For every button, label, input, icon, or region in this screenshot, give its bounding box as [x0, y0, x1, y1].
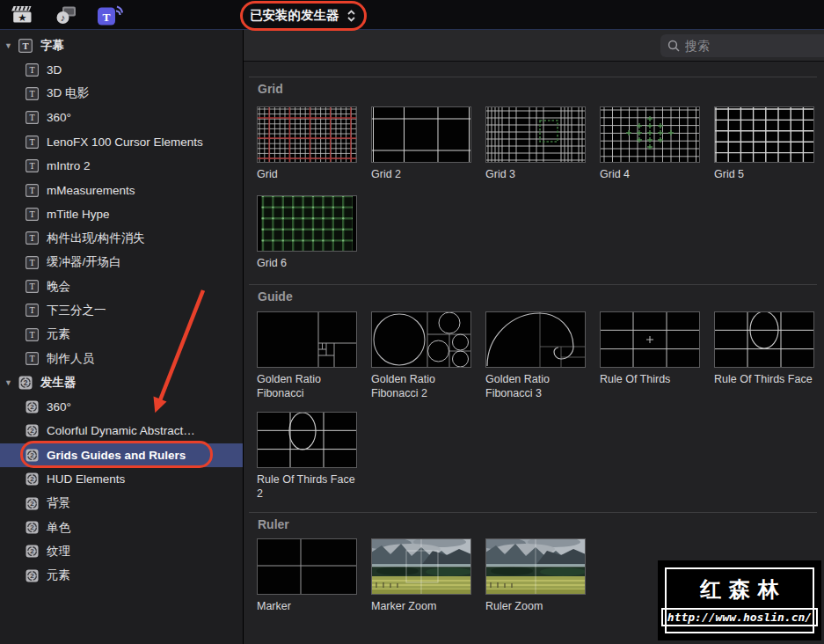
generator-item[interactable]: Grid	[257, 106, 357, 195]
grid-dense-red-thumbnail[interactable]	[257, 106, 357, 163]
generator-icon: 2	[26, 424, 39, 437]
sidebar-item-label: LenoFX 100 Cursor Elements	[47, 135, 203, 149]
svg-text:T: T	[29, 161, 34, 171]
sidebar-item-row[interactable]: T3D 电影	[0, 82, 243, 106]
sidebar-item-row[interactable]: T构件出现/构件消失	[0, 226, 243, 250]
thirds-grid-thumbnail[interactable]	[600, 311, 700, 368]
sidebar-group-label: 字幕	[40, 38, 64, 54]
svg-text:2: 2	[30, 428, 34, 435]
sidebar-item-row[interactable]: TmMeasurements	[0, 178, 243, 201]
media-source-dropdown-label: 已安装的发生器	[250, 7, 339, 24]
grid-edge-green-square-thumbnail[interactable]	[485, 106, 586, 163]
landscape-photo-thumbnail[interactable]	[485, 538, 586, 595]
svg-text:T: T	[29, 306, 34, 316]
generator-item[interactable]: Grid 5	[714, 106, 814, 195]
landscape-photo-zoom-thumbnail[interactable]	[371, 538, 471, 595]
grid-regular-thumbnail[interactable]	[714, 106, 814, 163]
titles-icon: T	[26, 352, 39, 365]
sidebar-item-row[interactable]: T下三分之一	[0, 298, 243, 322]
svg-text:2: 2	[30, 548, 34, 556]
sidebar-item-label: 元素	[47, 567, 70, 583]
titles-icon: T	[18, 39, 33, 53]
titles-icon: T	[26, 208, 39, 221]
svg-text:T: T	[29, 282, 34, 291]
generator-item-label: Marker	[257, 599, 357, 627]
sidebar-item-row[interactable]: 2单色	[0, 516, 243, 539]
generator-item[interactable]: Rule Of Thirds Face	[714, 311, 814, 412]
sidebar-item-label: mIntro 2	[47, 159, 91, 172]
fibonacci-rects-thumbnail[interactable]	[257, 311, 357, 368]
sidebar-item-row[interactable]: 2360°	[0, 395, 243, 419]
thirds-face-thumbnail[interactable]	[714, 311, 814, 368]
generator-item[interactable]: Marker Zoom	[371, 538, 471, 627]
disclosure-triangle-icon[interactable]: ▼	[4, 41, 18, 50]
sidebar-item-row[interactable]: T360°	[0, 106, 243, 129]
generator-item[interactable]: Marker	[257, 538, 357, 627]
svg-text:T: T	[29, 354, 34, 363]
titles-generators-icon[interactable]: T	[95, 2, 125, 28]
watermark-title: 红森林	[692, 575, 787, 604]
grid-green-crosses-thumbnail[interactable]	[600, 106, 700, 163]
generator-item[interactable]: Grid 4	[600, 106, 700, 195]
photos-audio-icon[interactable]: ♪	[51, 2, 81, 28]
svg-text:2: 2	[30, 572, 34, 580]
disclosure-triangle-icon[interactable]: ▼	[4, 378, 18, 387]
search-strip	[244, 30, 824, 62]
generator-item[interactable]: Ruler Zoom	[485, 538, 586, 627]
sidebar-group-titles[interactable]: ▼T字幕	[0, 33, 243, 57]
search-input[interactable]	[685, 39, 808, 53]
generator-item[interactable]: Golden Ratio Fibonacci	[257, 311, 357, 412]
titles-icon: T	[26, 63, 39, 77]
sidebar-item-row[interactable]: TmIntro 2	[0, 154, 243, 178]
grid-green-tiles-thumbnail[interactable]	[257, 195, 357, 252]
fibonacci-spiral-thumbnail[interactable]	[485, 311, 586, 368]
generator-item-label: Marker Zoom	[371, 599, 471, 627]
sidebar-item-row[interactable]: T元素	[0, 323, 243, 347]
generator-item[interactable]: Golden Ratio Fibonacci 2	[371, 311, 471, 412]
sidebar-item-row[interactable]: T缓冲器/开场白	[0, 251, 243, 274]
sidebar-item-label: 构件出现/构件消失	[47, 231, 145, 246]
generator-icon: 2	[26, 472, 39, 486]
thirds-face-2-thumbnail[interactable]	[257, 412, 357, 468]
sidebar-item-row[interactable]: 2HUD Elements	[0, 467, 243, 491]
sidebar-item-row[interactable]: TmTitle Hype	[0, 202, 243, 226]
svg-text:2: 2	[24, 378, 28, 387]
generator-item[interactable]: Rule Of Thirds Face 2	[257, 412, 357, 512]
grid-sparse-thumbnail[interactable]	[371, 106, 471, 163]
generator-item[interactable]: Grid 3	[485, 106, 586, 195]
generator-item[interactable]: Rule Of Thirds	[600, 311, 700, 412]
svg-text:2: 2	[30, 500, 34, 508]
sidebar-item-row[interactable]: T3D	[0, 57, 243, 81]
search-field[interactable]	[660, 34, 824, 57]
sidebar-item-row[interactable]: 2Colorful Dynamic Abstract…	[0, 419, 243, 443]
sidebar-item-row[interactable]: T晚会	[0, 274, 243, 298]
effects-browser-icon[interactable]: ★	[7, 2, 37, 28]
generator-icon: 2	[26, 497, 39, 510]
generators-browser-window: ★ ♪ T 已安装的发生器	[0, 0, 824, 644]
sidebar-item-label: 单色	[47, 520, 70, 536]
svg-text:★: ★	[18, 12, 26, 23]
svg-text:♪: ♪	[61, 12, 66, 23]
generator-item[interactable]: Grid 6	[257, 195, 357, 284]
sidebar-item-row[interactable]: 2纹理	[0, 539, 243, 563]
titles-icon: T	[26, 87, 39, 100]
fibonacci-circles-thumbnail[interactable]	[371, 311, 471, 368]
sidebar-item-row[interactable]: 2Grids Guides and Rulers	[0, 443, 243, 467]
watermark: 红森林 http://www.hoslin.cn/	[658, 560, 821, 640]
generator-item-label: Grid 5	[714, 167, 814, 195]
media-source-dropdown[interactable]: 已安装的发生器	[250, 4, 357, 27]
generator-icon: 2	[26, 400, 39, 413]
sidebar-item-row[interactable]: T制作人员	[0, 347, 243, 370]
sidebar-item-row[interactable]: 2元素	[0, 564, 243, 588]
sidebar-item-row[interactable]: TLenoFX 100 Cursor Elements	[0, 130, 243, 154]
generator-item[interactable]: Golden Ratio Fibonacci 3	[485, 311, 586, 412]
generator-item[interactable]: Grid 2	[371, 106, 471, 195]
sidebar-item-label: 360°	[47, 400, 71, 413]
sidebar-item-row[interactable]: 2背景	[0, 491, 243, 515]
marker-cross-thumbnail[interactable]	[257, 538, 357, 595]
section-grid: GridGridGrid 2Grid 3Grid 4Grid 5Grid 6	[249, 77, 817, 284]
svg-text:T: T	[29, 209, 34, 219]
sidebar-group-generators[interactable]: ▼2发生器	[0, 370, 243, 394]
browser-toolbar: ★ ♪ T 已安装的发生器	[0, 0, 824, 30]
sidebar-item-label: 纹理	[47, 544, 70, 560]
